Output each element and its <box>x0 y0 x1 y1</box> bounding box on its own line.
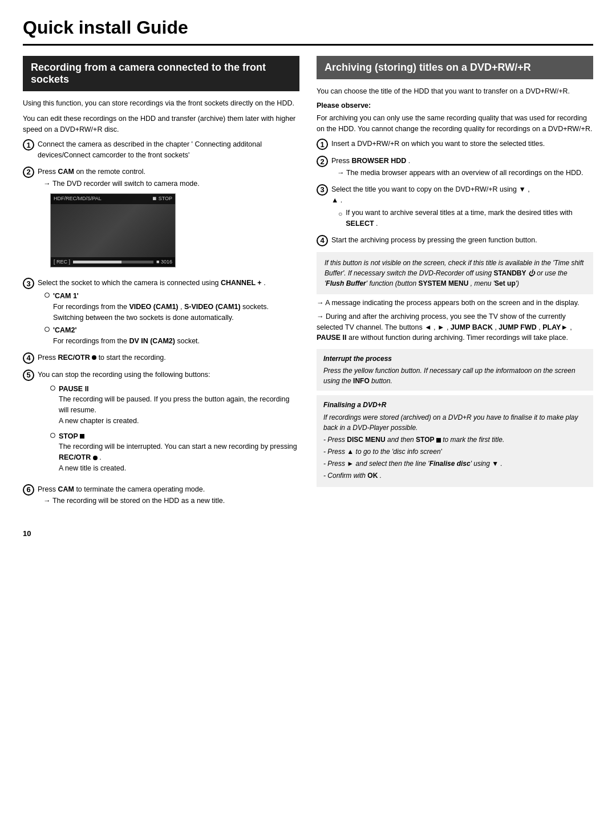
right-step-number-2: 2 <box>317 156 328 167</box>
please-observe-text: For archiving you can only use the same … <box>317 113 593 135</box>
right-step-3-sub: ○ If you want to archive several titles … <box>338 208 593 229</box>
pause-bullet-icon <box>50 385 55 391</box>
step-number-1: 1 <box>23 139 34 151</box>
right-step-4-content: Start the archiving process by pressing … <box>331 235 593 246</box>
finalise-item3: - Press ► and select then the line 'Fina… <box>323 458 586 469</box>
right-step-2-after: . <box>406 157 410 165</box>
step-1-content: Connect the camera as described in the c… <box>38 139 299 161</box>
right-step-3-sub-text: If you want to archive several titles at… <box>346 208 593 229</box>
pause-text2: A new chapter is created. <box>59 417 139 425</box>
step-number-2: 2 <box>23 167 34 178</box>
right-step-number-4: 4 <box>317 235 328 246</box>
camera-inner <box>51 194 175 267</box>
camera-size: ■ 3016 <box>156 258 172 266</box>
step-3-sub2: 'CAM2' For recordings from the DV IN (CA… <box>44 325 299 347</box>
page-title: Quick install Guide <box>23 17 593 46</box>
right-arrow-1: → A message indicating the process appea… <box>317 299 593 307</box>
note-box: If this button is not visible on the scr… <box>317 252 593 294</box>
step-1-text: Connect the camera as described in the c… <box>38 140 262 159</box>
camera-bar-top: HDF/REC/MD/S/PAL ⏹ STOP <box>51 194 175 204</box>
camera-bar-bottom: [ REC ] ■ 3016 <box>51 257 175 267</box>
step-6-bold: CAM <box>58 485 74 493</box>
step-3-sub1: 'CAM 1' For recordings from the VIDEO (C… <box>44 291 299 323</box>
step-3-sub2-text: 'CAM2' For recordings from the DV IN (CA… <box>53 325 200 347</box>
left-intro-1: Using this function, you can store recor… <box>23 98 299 109</box>
right-step-1-content: Insert a DVD+RW/+R on which you want to … <box>331 139 593 149</box>
right-step-number-1: 1 <box>317 139 328 150</box>
step-5-content: You can stop the recording using the fol… <box>38 370 299 478</box>
sub1-label: 'CAM 1' <box>53 292 79 300</box>
page-number: 10 <box>23 529 593 538</box>
step-2-content: Press CAM on the remote control. The DVD… <box>38 167 299 273</box>
pause-item: PAUSE II The recording will be paused. I… <box>50 384 299 427</box>
right-step-3-before: Select the title you want to copy on the… <box>331 185 518 193</box>
stop-text2: A new title is created. <box>59 464 126 472</box>
step-6-content: Press CAM to terminate the camera operat… <box>38 484 299 507</box>
finalise-item4: - Confirm with OK . <box>323 470 586 481</box>
right-step-2-before: Press <box>331 157 351 165</box>
stop-content: STOP The recording will be interrupted. … <box>59 431 299 474</box>
step-3-text-before: Select the socket to which the camera is… <box>38 279 221 287</box>
pause-content: PAUSE II The recording will be paused. I… <box>59 384 299 427</box>
step-2-text-after: on the remote control. <box>74 168 145 176</box>
right-step-2-bold: BROWSER HDD <box>351 157 406 165</box>
interrupt-box: Interrupt the process Press the yellow f… <box>317 349 593 391</box>
left-column: Recording from a camera connected to the… <box>23 56 299 512</box>
right-section-header: Archiving (storing) titles on a DVD+RW/+… <box>317 56 593 79</box>
stop-bullet-icon <box>50 433 55 438</box>
step-6-after: to terminate the camera operating mode. <box>74 485 205 493</box>
camera-screen: HDF/REC/MD/S/PAL ⏹ STOP [ REC ] ■ 3016 <box>50 193 176 267</box>
progress-fill <box>73 261 121 263</box>
right-step-2-arrow: The media browser appears with an overvi… <box>337 168 593 178</box>
right-step-4-text: Start the archiving process by pressing … <box>331 236 537 244</box>
right-column: Archiving (storing) titles on a DVD+RW/+… <box>317 56 593 492</box>
step-number-5: 5 <box>23 370 34 381</box>
progress-bar <box>73 261 153 263</box>
right-step-number-3: 3 <box>317 184 328 196</box>
step-number-3: 3 <box>23 278 34 289</box>
step-2-bold: CAM <box>58 168 74 176</box>
bullet-icon-2 <box>44 327 50 332</box>
step-2-text-before: Press <box>38 168 58 176</box>
finalise-item2: - Press ▲ to go to the 'disc info screen… <box>323 447 586 457</box>
finalise-title: Finalising a DVD+R <box>323 400 586 410</box>
right-arrow-2: → During and after the archiving process… <box>317 311 593 343</box>
finalise-box: Finalising a DVD+R If recordings were st… <box>317 395 593 487</box>
rec-dot-2-icon <box>93 456 98 460</box>
step-4-bold: REC/OTR <box>58 354 90 362</box>
stop-item: STOP The recording will be interrupted. … <box>50 431 299 474</box>
right-step-4: 4 Start the archiving process by pressin… <box>317 235 593 246</box>
step-number-6: 6 <box>23 484 34 496</box>
pause-label: PAUSE II <box>59 385 89 393</box>
right-step-1: 1 Insert a DVD+RW/+R on which you want t… <box>317 139 593 150</box>
right-step-1-text: Insert a DVD+RW/+R on which you want to … <box>331 140 545 148</box>
step-3-text-after: . <box>262 279 266 287</box>
stop-bold: REC/OTR <box>59 453 91 461</box>
left-step-6: 6 Press CAM to terminate the camera oper… <box>23 484 299 507</box>
right-step-3: 3 Select the title you want to copy on t… <box>317 184 593 229</box>
bullet-icon-1 <box>44 293 50 298</box>
stop-sq-icon <box>436 438 441 443</box>
rec-dot-icon <box>92 355 96 360</box>
left-step-4: 4 Press REC/OTR to start the recording. <box>23 352 299 364</box>
left-step-5: 5 You can stop the recording using the f… <box>23 370 299 478</box>
stop-text1: The recording will be interrupted. You c… <box>59 443 297 451</box>
interrupt-title: Interrupt the process <box>323 354 586 364</box>
left-step-2: 2 Press CAM on the remote control. The D… <box>23 167 299 273</box>
step-6-before: Press <box>38 485 58 493</box>
stop-label: STOP <box>59 432 84 440</box>
pause-text1: The recording will be paused. If you pre… <box>59 395 289 414</box>
step-5-text: You can stop the recording using the fol… <box>38 371 210 379</box>
finalise-intro: If recordings were stored (archived) on … <box>323 412 586 433</box>
please-observe-label: Please observe: <box>317 102 593 109</box>
pause-stop-block: PAUSE II The recording will be paused. I… <box>50 384 299 474</box>
camera-stop: ⏹ STOP <box>152 195 172 203</box>
left-step-3: 3 Select the socket to which the camera … <box>23 278 299 347</box>
left-step-1: 1 Connect the camera as described in the… <box>23 139 299 161</box>
step-4-before: Press <box>38 354 58 362</box>
right-step-2-content: Press BROWSER HDD . The media browser ap… <box>331 156 593 178</box>
right-intro: You can choose the title of the HDD that… <box>317 86 593 97</box>
right-step-3-content: Select the title you want to copy on the… <box>331 184 593 229</box>
step-3-sub1-text: 'CAM 1' For recordings from the VIDEO (C… <box>53 291 269 323</box>
left-intro-2: You can edit these recordings on the HDD… <box>23 113 299 135</box>
